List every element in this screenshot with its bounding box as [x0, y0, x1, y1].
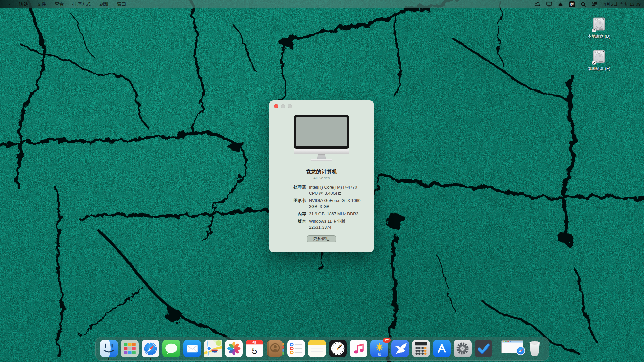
dock-item-safari[interactable]	[142, 340, 159, 357]
svg-text:280: 280	[213, 351, 216, 353]
menu-item-window[interactable]: 窗口	[113, 0, 131, 8]
input-method-icon[interactable]: 拼	[567, 0, 577, 8]
app-store-icon	[433, 340, 451, 357]
spec-value-cpu: Intel(R) Core(TM) i7-4770CPU @ 3.40GHz	[309, 184, 370, 196]
finder-icon	[100, 340, 118, 357]
spec-table: 处理器 Intel(R) Core(TM) i7-4770CPU @ 3.40G…	[269, 184, 370, 230]
apple-menu[interactable]	[5, 0, 15, 8]
menu-item-refresh[interactable]: 刷新	[95, 0, 113, 8]
launchpad-icon	[121, 340, 139, 357]
dock-item-reminders[interactable]	[287, 340, 305, 357]
shortcut-arrow-badge	[592, 29, 596, 32]
control-center-icon[interactable]	[590, 0, 599, 8]
menu-bar-status-area: 拼 4月5日 周五 13:09	[533, 0, 644, 8]
clock-icon	[329, 340, 347, 357]
dock-item-mail[interactable]	[183, 340, 201, 357]
close-button[interactable]	[274, 104, 278, 108]
menubar-clock[interactable]: 4月5日 周五 13:09	[602, 1, 641, 7]
imac-illustration	[294, 115, 349, 161]
spec-value-gpu: NVIDIA GeForce GTX 10603GB 3 GB	[309, 198, 370, 210]
about-this-computer-window: 袁龙的计算机 All Series 处理器 Intel(R) Core(TM) …	[269, 100, 374, 252]
minimized-window-titlebar	[502, 341, 523, 343]
spec-label-gpu: 图形卡	[269, 198, 306, 210]
cloud-icon[interactable]	[533, 0, 542, 8]
dock-item-messages[interactable]	[162, 340, 180, 357]
svg-text:晴: 晴	[378, 353, 381, 356]
mail-icon	[183, 340, 201, 357]
maps-icon: 280	[204, 340, 222, 357]
desktop-icon-disk-d[interactable]: 本地磁盘 (D)	[579, 17, 619, 39]
dock-item-thunder[interactable]	[391, 340, 409, 357]
dock: 280 4月 5	[95, 337, 549, 361]
settings-gear-icon	[454, 340, 472, 357]
search-icon[interactable]	[579, 0, 588, 8]
dock-item-music[interactable]	[350, 340, 367, 357]
svg-text:4月: 4月	[252, 341, 257, 344]
menu-item-sort[interactable]: 排序方式	[68, 0, 95, 8]
dock-item-minimized-window[interactable]	[501, 340, 523, 353]
running-indicator	[150, 358, 151, 360]
menu-bar-left: 访达 文件 查看 排序方式 刷新 窗口	[0, 0, 131, 8]
hard-disk-icon	[592, 50, 606, 65]
safari-icon	[142, 340, 159, 357]
calendar-icon: 4月 5	[246, 340, 263, 357]
svg-text:5: 5	[252, 345, 257, 356]
svg-text:拼: 拼	[570, 2, 574, 6]
spec-label-version: 版本	[269, 218, 306, 230]
imac-stand-neck	[317, 154, 326, 159]
imac-chin	[294, 149, 349, 154]
trash-icon	[527, 340, 543, 358]
running-indicator	[108, 358, 109, 360]
hard-disk-icon	[592, 17, 606, 32]
spec-value-version: Windows 11 专业版22631.3374	[309, 218, 370, 230]
dock-item-system-settings[interactable]	[454, 340, 472, 357]
menu-item-view[interactable]: 查看	[50, 0, 68, 8]
minimize-button[interactable]	[281, 104, 285, 108]
todo-checkmark-icon	[475, 340, 492, 357]
menu-bar: 访达 文件 查看 排序方式 刷新 窗口 拼 4月5日 周五 13:09	[0, 0, 644, 8]
dock-item-photos[interactable]	[225, 340, 243, 357]
shortcut-arrow-badge	[592, 61, 596, 65]
calculator-icon	[412, 340, 430, 357]
dock-item-weather[interactable]: 晴 17°	[370, 340, 388, 357]
notes-icon	[308, 340, 326, 357]
safari-badge-icon	[516, 346, 525, 357]
dock-divider	[497, 340, 497, 358]
dock-item-notes[interactable]	[308, 340, 326, 357]
imac-stand-base	[311, 159, 332, 161]
dock-item-clock[interactable]	[329, 340, 347, 357]
dock-item-launchpad[interactable]	[121, 340, 139, 357]
contacts-icon	[266, 340, 284, 357]
zoom-button[interactable]	[288, 104, 292, 108]
eject-icon[interactable]	[556, 0, 565, 8]
spec-label-cpu: 处理器	[269, 184, 306, 196]
dock-item-app-store[interactable]	[433, 340, 451, 357]
thunder-bird-icon	[391, 340, 409, 357]
weather-temperature-badge: 17°	[383, 338, 390, 343]
desktop-icon-label: 本地磁盘 (E)	[588, 66, 610, 72]
music-icon	[350, 340, 367, 357]
dock-item-contacts[interactable]	[266, 340, 284, 357]
more-info-button[interactable]: 更多信息	[307, 235, 336, 242]
window-controls	[274, 104, 292, 108]
display-icon[interactable]	[545, 0, 554, 8]
imac-screen	[294, 115, 349, 149]
dock-item-calendar[interactable]: 4月 5	[246, 340, 263, 357]
menu-item-file[interactable]: 文件	[33, 0, 50, 8]
photos-icon	[225, 340, 243, 357]
spec-label-memory: 内存	[269, 211, 306, 217]
computer-model: All Series	[269, 176, 374, 180]
dock-item-trash[interactable]	[527, 340, 544, 357]
desktop-icon-label: 本地磁盘 (D)	[588, 34, 610, 39]
dock-item-todo[interactable]	[475, 340, 492, 357]
dock-item-maps[interactable]: 280	[204, 340, 222, 357]
spec-value-memory: 31.9 GB 1867 MHz DDR3	[309, 211, 370, 217]
apple-logo-icon	[9, 1, 10, 7]
messages-icon	[162, 340, 180, 357]
dock-item-calculator[interactable]	[412, 340, 430, 357]
desktop-icon-disk-e[interactable]: 本地磁盘 (E)	[579, 50, 619, 72]
computer-name: 袁龙的计算机	[269, 168, 374, 175]
dock-item-finder[interactable]	[100, 340, 118, 357]
reminders-icon	[287, 340, 305, 357]
menu-item-finder[interactable]: 访达	[15, 0, 33, 8]
